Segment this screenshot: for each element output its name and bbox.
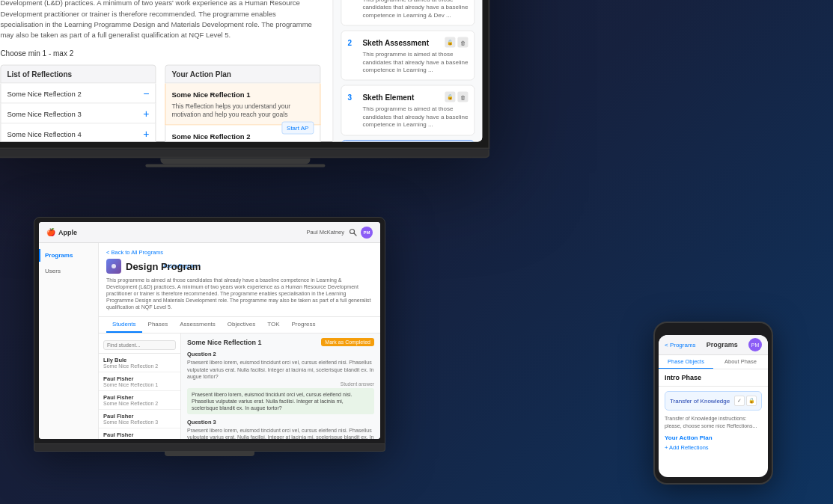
- laptop-device-base: [34, 444, 385, 452]
- delete-icon: 🗑: [457, 92, 468, 102]
- reflections-area: List of Reflections Some Nice Reflection…: [0, 65, 320, 142]
- table-row[interactable]: Paul Fisher Some Nice Reflection and bea…: [99, 428, 180, 439]
- action-plan: Your Action Plan Some Nice Reflection 1 …: [165, 65, 320, 142]
- phone-outer: < Programs Programs PM Phase Objects Abo…: [653, 322, 773, 485]
- list-item[interactable]: Some Nice Reflection 3 +: [0, 104, 156, 124]
- lock-icon: 🔒: [445, 92, 455, 102]
- laptop-header: < Back to All Programs Design Program A: [99, 243, 380, 317]
- mobile-tab-phase-objects[interactable]: Phase Objects: [659, 355, 713, 369]
- question-3-text: Praesent libero lorem, euismod tincidunt…: [187, 427, 374, 439]
- delete-icon: 🗑: [457, 37, 468, 48]
- main-device-foot: [145, 165, 325, 168]
- phase-obj-2-name: Sketh Assessment: [362, 38, 445, 46]
- mobile-avatar: PM: [748, 338, 762, 351]
- tok-main: Sketh Transfer of Knowledge This Element…: [0, 0, 332, 142]
- laptop-content: Programs Users < Back to All Programs: [39, 243, 380, 439]
- students-list: Lily Bule Some Nice Reflection 2 Paul Fi…: [99, 334, 181, 439]
- phase-obj-3-header: 3 Sketh Element 🔒 🗑: [347, 92, 468, 102]
- remove-reflection-btn[interactable]: −: [143, 88, 149, 99]
- laptop-tab-progress[interactable]: Progress: [286, 317, 322, 333]
- mark-complete-button[interactable]: Mark as Completed: [321, 338, 374, 346]
- phase-obj-2-num: 2: [347, 38, 359, 46]
- table-row[interactable]: Paul Fisher Some Nice Reflection 1: [99, 372, 180, 391]
- mobile-tabs: Phase Objects About Phase: [659, 355, 768, 369]
- question-2-label: Question 2: [187, 351, 374, 357]
- table-row[interactable]: Paul Fisher Some Nice Reflection 3: [99, 410, 180, 428]
- mobile-back-button[interactable]: < Programs: [665, 342, 696, 348]
- action-item[interactable]: Some Nice Reflection 1 This Reflection h…: [165, 84, 320, 125]
- phase-obj-2-icons: 🔒 🗑: [445, 37, 468, 48]
- question-item-2: Question 2 Praesent libero lorem, euismo…: [187, 351, 374, 414]
- table-row[interactable]: Lily Bule Some Nice Reflection 2: [99, 354, 180, 372]
- mobile-app-bar: < Programs Programs PM: [659, 335, 768, 355]
- laptop-apple-logo-icon: 🍎: [46, 228, 55, 236]
- tok-description: This Element is aimed at those candidate…: [0, 0, 320, 40]
- start-ap-button[interactable]: Start AP: [281, 121, 314, 134]
- laptop-program-header: Design Program Add to Register +: [106, 259, 373, 274]
- phase-object-1[interactable]: 1 Sketh Element 🔒 🗑 This programme is ai…: [341, 0, 475, 26]
- phase-obj-3-desc: This programme is aimed at those candida…: [347, 105, 468, 129]
- lock-icon: 🔒: [445, 37, 455, 48]
- laptop-nav-users[interactable]: Users: [39, 265, 98, 277]
- add-reflection-btn[interactable]: +: [143, 129, 149, 139]
- laptop-avatar: PM: [361, 227, 373, 239]
- phone-screen: < Programs Programs PM Phase Objects Abo…: [659, 335, 768, 477]
- main-screen-outer: 🍎 Apple Paul McKatney PM < Back Programs: [0, 0, 489, 150]
- laptop-tab-phases[interactable]: Phases: [142, 317, 174, 333]
- table-row[interactable]: Paul Fisher Some Nice Reflection 2: [99, 391, 180, 410]
- students-search-input[interactable]: [103, 340, 176, 350]
- laptop-app-bar: 🍎 Apple Paul McKatney PM: [39, 222, 380, 243]
- list-item[interactable]: Some Nice Reflection 2 −: [0, 84, 156, 104]
- laptop-nav-programs[interactable]: Programs: [39, 249, 98, 262]
- mobile-add-reflections-button[interactable]: + Add Reflections: [665, 444, 762, 451]
- question-2-text: Praesent libero lorem, euismod tincidunt…: [187, 359, 374, 379]
- mobile-phase-header: Intro Phase: [659, 369, 768, 387]
- laptop-tab-assessments[interactable]: Assessments: [174, 317, 222, 333]
- scene: 🍎 Apple Paul McKatney PM < Back Programs: [0, 0, 833, 504]
- phase-obj-3-num: 3: [347, 93, 359, 101]
- choose-label: Choose min 1 - max 2: [0, 49, 320, 58]
- mobile-action-plan: Your Action Plan + Add Reflections: [659, 434, 768, 451]
- list-item[interactable]: Some Nice Reflection 4 +: [0, 124, 156, 142]
- phase-obj-3-name: Sketh Element: [362, 93, 445, 101]
- device-main: 🍎 Apple Paul McKatney PM < Back Programs: [0, 0, 489, 168]
- main-screen-inner: 🍎 Apple Paul McKatney PM < Back Programs: [0, 0, 482, 142]
- laptop-tab-objectives[interactable]: Objectives: [222, 317, 261, 333]
- laptop-back-link[interactable]: < Back to All Programs: [106, 249, 373, 256]
- students-search-box: [99, 334, 180, 354]
- svg-point-8: [112, 264, 116, 268]
- student-answer-label: Student answer: [187, 381, 374, 387]
- mobile-tab-about-phase[interactable]: About Phase: [713, 355, 768, 369]
- svg-line-7: [354, 233, 356, 236]
- mobile-transfer-name: Transfer of Knowledge: [670, 398, 730, 405]
- reflection-list: List of Reflections Some Nice Reflection…: [0, 65, 156, 142]
- device-laptop: 🍎 Apple Paul McKatney PM Prog: [34, 217, 385, 456]
- action-col-header: Your Action Plan: [165, 65, 320, 84]
- laptop-app-name: Apple: [58, 229, 307, 236]
- qa-title: Some Nice Reflection 1: [187, 339, 262, 346]
- mobile-transfer-icons: ✓ 🔒: [734, 396, 757, 406]
- phase-object-2[interactable]: 2 Sketh Assessment 🔒 🗑 This programme is…: [341, 31, 475, 81]
- phase-obj-1-desc: This programme is aimed at those candida…: [347, 0, 468, 19]
- laptop-device-stand: [165, 452, 254, 456]
- laptop-content-area: Lily Bule Some Nice Reflection 2 Paul Fi…: [99, 334, 380, 439]
- laptop-search-button[interactable]: [349, 226, 357, 239]
- laptop-main: < Back to All Programs Design Program A: [99, 243, 380, 439]
- main-device-stand: [160, 159, 310, 165]
- laptop-program-desc: This programme is aimed at those candida…: [106, 277, 373, 310]
- qa-header: Some Nice Reflection 1 Mark as Completed: [187, 338, 374, 346]
- phase-object-4[interactable]: 4 Sketh Transfer of Knowledge 🔒 🗑 This p…: [341, 140, 475, 141]
- add-reflection-btn[interactable]: +: [143, 108, 149, 119]
- laptop-tab-students[interactable]: Students: [106, 317, 142, 333]
- phase-object-3[interactable]: 3 Sketh Element 🔒 🗑 This programme is ai…: [341, 85, 475, 135]
- laptop-sidebar: Programs Users: [39, 243, 99, 439]
- laptop-tab-tok[interactable]: TOK: [261, 317, 285, 333]
- mobile-transfer-item[interactable]: Transfer of Knowledge ✓ 🔒: [665, 391, 762, 411]
- device-mobile: < Programs Programs PM Phase Objects Abo…: [653, 322, 773, 485]
- phase-obj-3-icons: 🔒 🗑: [445, 92, 468, 102]
- laptop-user-name: Paul McKatney: [307, 229, 344, 236]
- question-item-3: Question 3 Praesent libero lorem, euismo…: [187, 419, 374, 439]
- main-device-base: [0, 150, 489, 159]
- laptop-program-title: Design Program: [126, 261, 201, 272]
- laptop-program-icon: [106, 259, 121, 274]
